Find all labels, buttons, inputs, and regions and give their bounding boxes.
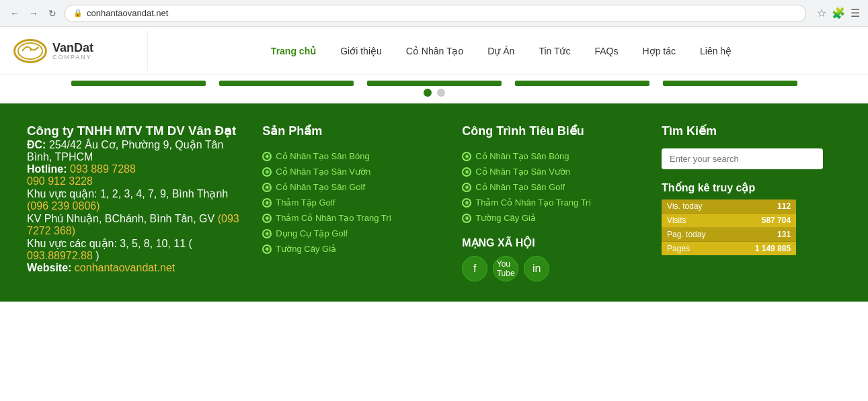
social-title: MẠNG XÃ HỘI <box>462 236 641 249</box>
stats-label-0: Vis. today <box>667 202 777 211</box>
stats-row-3: Pages 1 149 885 <box>662 242 796 255</box>
extension-icon[interactable]: 🧩 <box>832 7 845 19</box>
company-kv3: Khu vực các quận: 3, 5, 8, 10, 11 ( 093.… <box>27 237 242 262</box>
company-title: Công ty TNHH MTV TM DV Vân Đạt <box>27 124 242 138</box>
products-title: Sản Phẩm <box>262 124 442 139</box>
back-button[interactable]: ← <box>8 7 22 20</box>
project-item-4[interactable]: ◉ Thảm Cỏ Nhân Tạo Trang Trí <box>462 195 641 210</box>
stats-label-1: Visits <box>667 216 762 225</box>
product-bullet-7: ◉ <box>262 244 272 254</box>
slider-dot-2[interactable] <box>437 89 445 97</box>
footer-products-col: Sản Phẩm ◉ Cỏ Nhân Tạo Sân Bóng ◉ Cỏ Nhâ… <box>262 124 442 281</box>
stats-title: Thống kê truy cập <box>662 181 841 194</box>
stats-label-2: Pag. today <box>667 230 777 239</box>
logo-name: VanDat <box>52 42 93 54</box>
bookmark-icon[interactable]: ☆ <box>817 7 826 19</box>
nav-item-duan[interactable]: Dự Án <box>475 27 526 75</box>
product-item-7[interactable]: ◉ Tường Cây Giả <box>262 241 442 257</box>
product-item-4[interactable]: ◉ Thảm Tập Golf <box>262 195 442 210</box>
product-bullet-6: ◉ <box>262 229 272 238</box>
product-bullet-4: ◉ <box>262 198 272 208</box>
slider-thumb-1 <box>71 81 206 86</box>
slider-thumb-2 <box>219 81 354 86</box>
reload-button[interactable]: ↻ <box>46 7 59 20</box>
facebook-icon[interactable]: f <box>462 256 487 281</box>
product-bullet-5: ◉ <box>262 214 272 223</box>
product-item-5[interactable]: ◉ Thảm Cỏ Nhân Tạo Trang Trí <box>262 210 442 226</box>
slider-thumb-3 <box>367 81 502 86</box>
project-item-5[interactable]: ◉ Tường Cây Giả <box>462 210 641 226</box>
nav-item-lienhe[interactable]: Liên hệ <box>688 27 744 75</box>
project-bullet-2: ◉ <box>462 167 471 177</box>
youtube-icon[interactable]: YouTube <box>493 256 518 281</box>
project-item-2[interactable]: ◉ Cỏ Nhân Tạo Sân Vườn <box>462 164 641 179</box>
project-bullet-1: ◉ <box>462 152 471 161</box>
footer-projects-col: Công Trình Tiêu Biểu ◉ Cỏ Nhân Tạo Sân B… <box>462 124 641 281</box>
projects-title: Công Trình Tiêu Biểu <box>462 124 641 139</box>
social-icons: f YouTube in <box>462 256 641 281</box>
nav-item-conhantao[interactable]: Cỏ Nhân Tạo <box>394 27 475 75</box>
project-item-3[interactable]: ◉ Cỏ Nhân Tạo Sân Golf <box>462 179 641 195</box>
stats-value-3: 1 149 885 <box>755 244 791 253</box>
browser-chrome: ← → ↻ 🔒 conhantaovandat.net ☆ 🧩 ☰ <box>0 0 868 27</box>
main-nav: Trang chủ Giới thiệu Cỏ Nhân Tạo Dự Án T… <box>148 27 855 75</box>
search-title: Tìm Kiếm <box>662 124 841 139</box>
search-section: Tìm Kiếm <box>662 124 841 169</box>
product-bullet-3: ◉ <box>262 183 272 192</box>
menu-icon[interactable]: ☰ <box>851 7 860 19</box>
slider-dot-1[interactable] <box>424 89 432 97</box>
logo-text: VanDat COMPANY <box>52 42 93 60</box>
company-kv1: Khu vực quận: 1, 2, 3, 4, 7, 9, Bình Thạ… <box>27 187 242 212</box>
logo-company: COMPANY <box>52 54 93 60</box>
slider-thumb-4 <box>515 81 649 86</box>
products-list: ◉ Cỏ Nhân Tạo Sân Bóng ◉ Cỏ Nhân Tạo Sân… <box>262 148 442 257</box>
project-bullet-3: ◉ <box>462 183 471 192</box>
nav-item-faqs[interactable]: FAQs <box>583 27 631 75</box>
product-bullet-2: ◉ <box>262 167 272 177</box>
project-bullet-5: ◉ <box>462 214 471 223</box>
projects-list: ◉ Cỏ Nhân Tạo Sân Bóng ◉ Cỏ Nhân Tạo Sân… <box>462 148 641 226</box>
stats-value-0: 112 <box>777 202 791 211</box>
footer-search-col: Tìm Kiếm Thống kê truy cập Vis. today 11… <box>662 124 841 281</box>
nav-item-tintuc[interactable]: Tin Tức <box>526 27 582 75</box>
footer-section: Công ty TNHH MTV TM DV Vân Đạt ĐC: 254/4… <box>0 103 868 302</box>
url-text: conhantaovandat.net <box>87 8 168 18</box>
stats-table: Vis. today 112 Visits 587 704 Pag. today… <box>662 199 796 255</box>
project-bullet-4: ◉ <box>462 198 471 208</box>
company-hotline: Hotline: 093 889 7288 <box>27 163 242 175</box>
company-address: ĐC: 254/42 Âu Cơ, Phường 9, Quận Tân Bìn… <box>27 138 242 163</box>
slider-thumb-5 <box>663 81 797 86</box>
product-item-3[interactable]: ◉ Cỏ Nhân Tạo Sân Golf <box>262 179 442 195</box>
stats-row-0: Vis. today 112 <box>662 199 796 214</box>
company-website: Website: conhantaovandat.net <box>27 262 242 274</box>
linkedin-icon[interactable]: in <box>524 256 549 281</box>
product-item-1[interactable]: ◉ Cỏ Nhân Tạo Sân Bóng <box>262 148 442 164</box>
nav-item-trangchu[interactable]: Trang chủ <box>259 27 328 75</box>
slider-thumbnails <box>0 75 868 86</box>
project-item-1[interactable]: ◉ Cỏ Nhân Tạo Sân Bóng <box>462 148 641 164</box>
search-input-wrap <box>662 148 823 169</box>
logo-svg <box>17 42 44 60</box>
product-item-2[interactable]: ◉ Cỏ Nhân Tạo Sân Vườn <box>262 164 442 179</box>
stats-value-2: 131 <box>777 230 791 239</box>
product-item-6[interactable]: ◉ Dụng Cụ Tập Golf <box>262 226 442 241</box>
stats-row-2: Pag. today 131 <box>662 228 796 242</box>
top-nav: VanDat COMPANY Trang chủ Giới thiệu Cỏ N… <box>0 27 868 75</box>
forward-button[interactable]: → <box>27 7 40 20</box>
nav-item-gioithieu[interactable]: Giới thiệu <box>328 27 394 75</box>
nav-item-hoptac[interactable]: Hợp tác <box>631 27 688 75</box>
logo-oval <box>13 39 47 63</box>
slider-dots <box>0 86 868 103</box>
company-hotline2: 090 912 3228 <box>27 175 242 187</box>
stats-row-1: Visits 587 704 <box>662 214 796 228</box>
address-bar[interactable]: 🔒 conhantaovandat.net <box>65 5 806 22</box>
footer-company-col: Công ty TNHH MTV TM DV Vân Đạt ĐC: 254/4… <box>27 124 242 281</box>
company-kv2: KV Phú Nhuận, BChánh, Bình Tân, GV (093 … <box>27 212 242 237</box>
search-input[interactable] <box>662 148 823 169</box>
logo-area: VanDat COMPANY <box>13 31 148 71</box>
stats-label-3: Pages <box>667 244 755 253</box>
stats-value-1: 587 704 <box>762 216 791 225</box>
product-bullet-1: ◉ <box>262 152 272 161</box>
lock-icon: 🔒 <box>73 9 83 17</box>
